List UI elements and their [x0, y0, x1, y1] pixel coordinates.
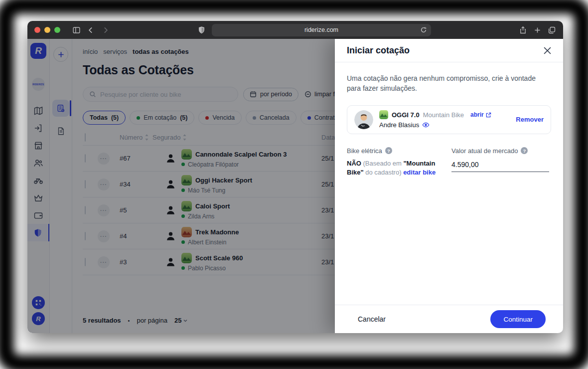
- electric-bike-value: NÃO (Baseado em "Mountain Bike" do cadas…: [347, 159, 438, 178]
- continue-button[interactable]: Continuar: [490, 310, 546, 328]
- modal-description: Uma cotação não gera nenhum compromisso,…: [347, 73, 545, 94]
- riderize-app: R RIDERIZE R: [27, 39, 563, 333]
- help-icon[interactable]: ?: [385, 147, 392, 154]
- market-value-label: Valor atual de mercado: [451, 147, 518, 155]
- minimize-window-button[interactable]: [44, 27, 50, 33]
- external-link-icon: [486, 112, 491, 118]
- screenshot-canvas: riderize.com R RIDERIZE: [0, 0, 588, 369]
- electric-value: NÃO: [347, 160, 361, 167]
- start-quote-modal: Iniciar cotação Uma cotação não gera nen…: [335, 39, 563, 333]
- browser-window: riderize.com R RIDERIZE: [27, 21, 563, 333]
- bike-photo: [379, 110, 388, 119]
- help-icon[interactable]: ?: [521, 147, 528, 154]
- forward-icon[interactable]: [101, 26, 110, 34]
- url-bar[interactable]: riderize.com: [212, 24, 431, 36]
- zoom-window-button[interactable]: [54, 27, 60, 33]
- electric-bike-field: Bike elétrica ? NÃO (Baseado em "Mountai…: [347, 147, 438, 178]
- quote-form-row: Bike elétrica ? NÃO (Baseado em "Mountai…: [347, 147, 551, 178]
- bike-name: OGGI 7.0: [392, 111, 420, 119]
- modal-title: Iniciar cotação: [347, 45, 410, 56]
- open-bike-label: abrir: [470, 111, 484, 118]
- url-text: riderize.com: [304, 26, 338, 33]
- back-icon[interactable]: [87, 26, 95, 34]
- tab-overview-icon[interactable]: [548, 26, 556, 34]
- cancel-button[interactable]: Cancelar: [358, 315, 386, 323]
- modal-header: Iniciar cotação: [335, 39, 563, 62]
- bike-type: Mountain Bike: [423, 111, 464, 119]
- traffic-lights: [34, 27, 60, 33]
- privacy-shield-icon[interactable]: [197, 26, 206, 34]
- electric-note-post: do cadastro): [364, 169, 404, 176]
- edit-bike-link[interactable]: editar bike: [403, 169, 436, 176]
- new-tab-icon[interactable]: [533, 26, 542, 34]
- reload-icon[interactable]: [420, 26, 427, 33]
- electric-note-pre: (Baseado em: [363, 160, 404, 167]
- open-bike-link[interactable]: abrir: [470, 111, 491, 118]
- share-icon[interactable]: [519, 26, 527, 34]
- remove-bike-button[interactable]: Remover: [516, 116, 544, 123]
- bike-card-main: OGGI 7.0 Mountain Bike abrir Andre Blasi…: [379, 110, 510, 129]
- market-value-input[interactable]: [451, 161, 549, 172]
- owner-name: Andre Blasius: [379, 121, 419, 129]
- close-window-button[interactable]: [34, 27, 40, 33]
- browser-titlebar: riderize.com: [27, 21, 563, 39]
- market-value-field: Valor atual de mercado ?: [451, 147, 549, 178]
- electric-bike-label: Bike elétrica: [347, 147, 382, 155]
- close-icon[interactable]: [544, 47, 551, 54]
- modal-body: Uma cotação não gera nenhum compromisso,…: [335, 62, 563, 305]
- owner-avatar: [354, 110, 373, 129]
- selected-bike-card: OGGI 7.0 Mountain Bike abrir Andre Blasi…: [347, 105, 551, 134]
- modal-footer: Cancelar Continuar: [335, 305, 563, 333]
- sidebar-toggle-icon[interactable]: [72, 26, 81, 34]
- eye-icon[interactable]: [422, 121, 430, 129]
